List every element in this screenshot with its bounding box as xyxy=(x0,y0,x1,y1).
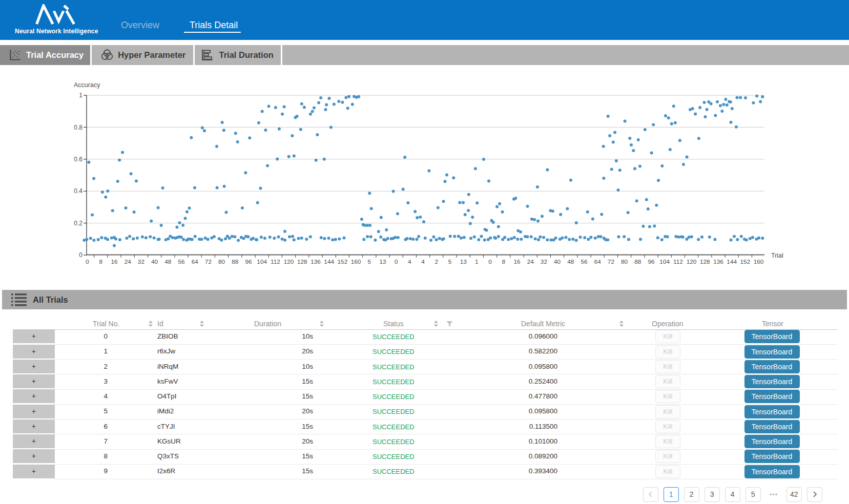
svg-text:0: 0 xyxy=(86,258,89,265)
svg-text:160: 160 xyxy=(351,258,361,265)
svg-text:152: 152 xyxy=(338,258,348,265)
svg-text:4: 4 xyxy=(408,258,411,265)
svg-text:0: 0 xyxy=(395,258,398,265)
svg-text:56: 56 xyxy=(178,258,185,265)
svg-text:120: 120 xyxy=(687,258,697,265)
svg-text:40: 40 xyxy=(151,258,158,265)
svg-text:13: 13 xyxy=(379,258,386,265)
svg-text:72: 72 xyxy=(608,258,614,265)
svg-text:5: 5 xyxy=(448,258,452,265)
svg-text:Trial: Trial xyxy=(771,252,783,259)
svg-text:64: 64 xyxy=(594,258,602,265)
svg-text:152: 152 xyxy=(740,258,751,265)
svg-text:64: 64 xyxy=(192,258,199,265)
svg-text:104: 104 xyxy=(659,258,670,265)
svg-text:4: 4 xyxy=(421,258,425,265)
svg-text:24: 24 xyxy=(527,258,534,265)
svg-text:0.4: 0.4 xyxy=(74,187,82,195)
svg-text:0.2: 0.2 xyxy=(74,220,82,227)
svg-text:144: 144 xyxy=(727,258,737,265)
svg-text:1: 1 xyxy=(475,258,479,265)
svg-text:136: 136 xyxy=(713,258,723,265)
svg-text:Accuracy: Accuracy xyxy=(74,81,100,89)
svg-text:32: 32 xyxy=(541,258,547,265)
svg-text:13: 13 xyxy=(460,258,467,265)
svg-text:48: 48 xyxy=(164,258,172,265)
svg-text:144: 144 xyxy=(324,258,334,265)
svg-text:0: 0 xyxy=(488,258,492,265)
svg-text:80: 80 xyxy=(621,258,628,265)
svg-text:120: 120 xyxy=(284,258,294,265)
svg-text:112: 112 xyxy=(673,258,683,265)
svg-text:0.8: 0.8 xyxy=(74,124,82,131)
svg-text:136: 136 xyxy=(310,258,321,265)
svg-text:128: 128 xyxy=(297,258,307,265)
svg-text:96: 96 xyxy=(648,258,655,265)
svg-text:128: 128 xyxy=(700,258,710,265)
svg-text:32: 32 xyxy=(138,258,144,265)
svg-text:72: 72 xyxy=(205,258,212,265)
svg-text:0.6: 0.6 xyxy=(74,156,82,163)
svg-text:16: 16 xyxy=(513,258,521,265)
svg-text:88: 88 xyxy=(232,258,239,265)
svg-text:40: 40 xyxy=(554,258,561,265)
svg-text:112: 112 xyxy=(271,258,280,265)
svg-text:56: 56 xyxy=(581,258,588,265)
svg-text:80: 80 xyxy=(218,258,225,265)
svg-text:8: 8 xyxy=(99,258,103,265)
svg-text:0: 0 xyxy=(79,251,82,259)
svg-text:104: 104 xyxy=(257,258,267,265)
svg-text:8: 8 xyxy=(502,258,506,265)
svg-text:1: 1 xyxy=(79,92,82,99)
svg-text:88: 88 xyxy=(634,258,641,265)
svg-text:2: 2 xyxy=(435,258,439,265)
svg-text:5: 5 xyxy=(368,258,371,265)
svg-text:96: 96 xyxy=(245,258,252,265)
svg-text:16: 16 xyxy=(111,258,118,265)
svg-text:160: 160 xyxy=(754,258,764,265)
svg-text:48: 48 xyxy=(567,258,574,265)
svg-text:24: 24 xyxy=(125,258,132,265)
